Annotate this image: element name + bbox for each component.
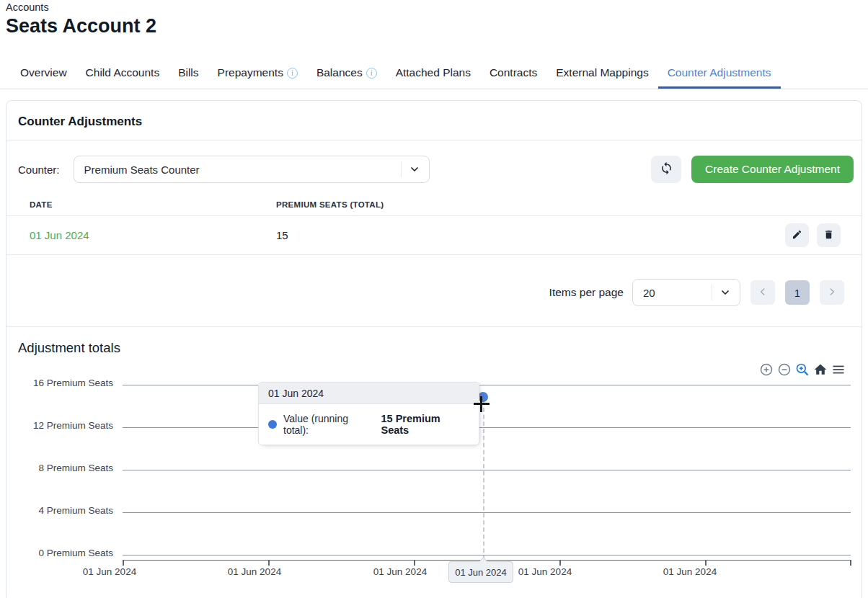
items-per-page-select[interactable]: 20 [632,279,740,306]
y-axis-label: 16 Premium Seats [6,378,113,391]
tab-external-mappings[interactable]: External Mappings [546,62,657,89]
items-per-page-label: Items per page [549,286,624,299]
create-counter-adjustment-button[interactable]: Create Counter Adjustment [691,156,854,183]
delete-button[interactable] [817,223,841,247]
pencil-icon [792,229,802,242]
column-header-date: DATE [6,195,253,216]
page: Accounts Seats Account 2 Overview Child … [0,0,868,598]
chevron-left-icon [758,287,768,299]
table-row: 01 Jun 2024 15 [6,216,862,255]
zoom-in-icon[interactable] [759,362,774,377]
chevron-down-icon [409,164,420,175]
adjustments-table: DATE PREMIUM SEATS (TOTAL) 01 Jun 2024 1… [6,195,862,255]
info-icon[interactable]: i [287,68,298,79]
counter-label: Counter: [18,164,60,176]
panel-title: Counter Adjustments [18,115,850,129]
x-axis-tick [268,560,270,566]
crosshair-dashed-line [483,401,484,560]
edit-button[interactable] [785,223,809,247]
counter-adjustments-panel: Counter Adjustments Counter: Premium Sea… [6,100,862,598]
series-dot-icon [268,420,277,429]
y-axis-label: 12 Premium Seats [6,420,113,434]
x-axis-label: 01 Jun 2024 [211,566,298,577]
x-axis-tick [559,560,561,566]
adjustment-date-link[interactable]: 01 Jun 2024 [30,229,89,241]
refresh-button[interactable] [651,156,681,183]
chevron-right-icon [827,287,837,299]
tab-overview[interactable]: Overview [11,62,76,89]
next-page-button[interactable] [820,280,844,305]
tooltip-series-label: Value (running total): [283,413,374,436]
tab-bills[interactable]: Bills [169,62,208,89]
y-axis-label: 0 Premium Seats [6,548,113,561]
tab-contracts[interactable]: Contracts [480,62,546,89]
tab-balances[interactable]: Balancesi [307,62,386,89]
previous-page-button[interactable] [750,280,775,305]
x-axis-label: 01 Jun 2024 [502,566,588,577]
tab-child-accounts[interactable]: Child Accounts [76,62,169,89]
zoom-out-icon[interactable] [777,362,792,377]
gridline [123,385,851,385]
info-icon[interactable]: i [366,68,377,79]
tab-attached-plans[interactable]: Attached Plans [386,62,480,89]
x-axis-label: 01 Jun 2024 [357,566,443,577]
tab-prepayments[interactable]: Prepaymentsi [208,62,307,89]
table-header-row: DATE PREMIUM SEATS (TOTAL) [6,195,862,216]
chart-title: Adjustment totals [18,340,120,355]
chart-tooltip: 01 Jun 2024 Value (running total): 15 Pr… [258,382,479,445]
y-axis-label: 4 Premium Seats [6,505,113,519]
items-per-page-value: 20 [643,287,712,299]
x-axis-tick [850,560,851,566]
panel-header: Counter Adjustments [6,101,862,140]
x-axis-label: 01 Jun 2024 [66,566,153,577]
counter-select[interactable]: Premium Seats Counter [74,156,430,183]
gridline [123,427,851,428]
pagination: Items per page 20 1 [6,255,862,319]
chart-plot-area[interactable]: 16 Premium Seats 12 Premium Seats 8 Prem… [6,364,862,592]
x-axis-tick [123,560,124,566]
counter-controls: Counter: Premium Seats Counter Create Co… [6,140,862,190]
x-axis-tick [705,560,707,566]
x-axis-label: 01 Jun 2024 [647,566,733,577]
trash-icon [823,229,834,242]
y-axis-label: 8 Premium Seats [6,463,113,476]
column-header-total: PREMIUM SEATS (TOTAL) [253,195,757,216]
menu-icon[interactable] [831,362,846,377]
breadcrumb[interactable]: Accounts [6,0,862,13]
crosshair-x-axis-label: 01 Jun 2024 [448,561,513,583]
chevron-down-icon [719,287,731,298]
gridline [123,555,851,555]
crosshair-cursor [480,396,482,412]
page-title: Seats Account 2 [6,15,862,37]
gridline [123,512,851,513]
column-header-actions [757,195,862,216]
page-number-button[interactable]: 1 [785,280,810,305]
home-reset-icon[interactable] [813,362,828,377]
chart-toolbar [759,362,846,377]
tooltip-value: 15 Premium Seats [381,413,469,436]
adjustment-total-cell: 15 [253,216,757,255]
x-axis-tick [414,560,415,566]
tooltip-date: 01 Jun 2024 [259,383,479,404]
tab-counter-adjustments[interactable]: Counter Adjustments [658,62,781,89]
refresh-icon [660,161,673,177]
chart-section: Adjustment totals [6,327,862,598]
selection-zoom-icon[interactable] [795,362,810,377]
tab-bar: Overview Child Accounts Bills Prepayment… [0,62,868,89]
counter-select-value: Premium Seats Counter [84,164,401,176]
gridline [123,470,851,470]
